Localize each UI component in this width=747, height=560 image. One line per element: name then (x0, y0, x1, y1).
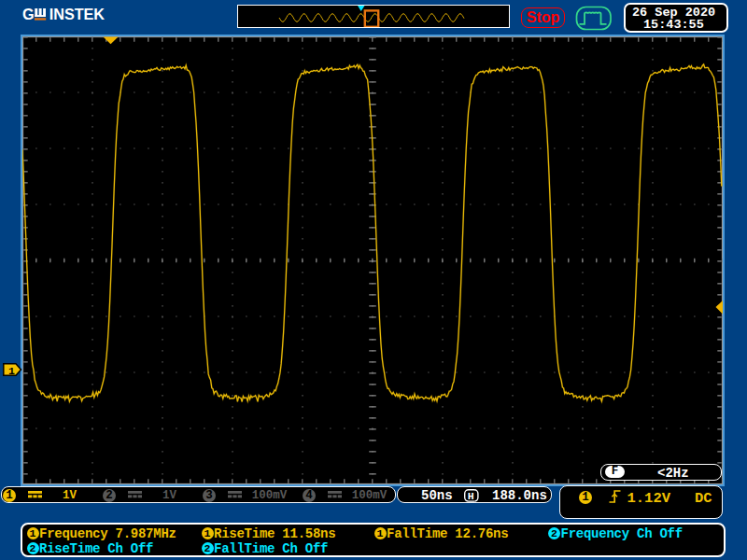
svg-text:1: 1 (8, 365, 15, 376)
svg-text:G: G (22, 6, 35, 22)
svg-text:H: H (468, 490, 474, 502)
svg-text:INSTEK: INSTEK (49, 6, 106, 22)
